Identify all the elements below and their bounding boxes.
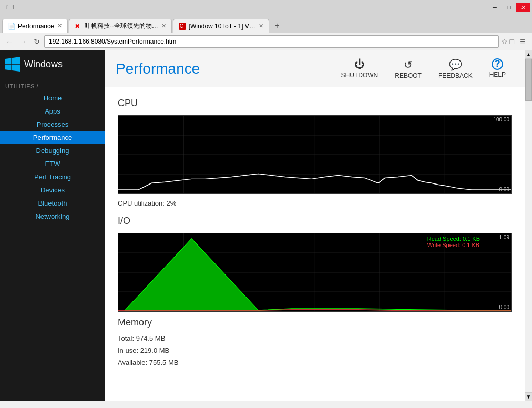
windows-brand-text: Windows <box>24 59 63 70</box>
windows-logo <box>5 57 20 72</box>
close-button[interactable]: ✕ <box>516 3 530 12</box>
help-icon: ? <box>492 58 503 70</box>
tab-bar: 📄 Performance ✕ ✖ 叶帆科技--全球领先的物… ✕ C [Win… <box>0 15 532 33</box>
shutdown-button[interactable]: ⏻ SHUTDOWN <box>333 54 387 84</box>
cpu-section-title: CPU <box>118 98 512 109</box>
sidebar-item-networking[interactable]: Networking <box>0 210 105 223</box>
feedback-label: FEEDBACK <box>438 72 473 79</box>
back-button[interactable]: ← <box>3 35 16 48</box>
sidebar-item-performance[interactable]: Performance <box>0 131 105 144</box>
tab-label-performance: Performance <box>18 23 54 30</box>
shutdown-label: SHUTDOWN <box>341 72 378 79</box>
sidebar-section: UTILITIES / Home Apps Processes Performa… <box>0 78 105 223</box>
memory-total: Total: 974.5 MB <box>118 334 512 342</box>
memory-section: Memory Total: 974.5 MB In use: 219.0 MB … <box>118 317 512 366</box>
content-area: CPU 100.00 0.00 <box>105 87 525 381</box>
scroll-up-button[interactable]: ▲ <box>525 50 532 59</box>
tab-performance[interactable]: 📄 Performance ✕ <box>2 19 68 33</box>
address-icons: ☆ □ <box>501 37 514 46</box>
page-icon[interactable]: □ <box>510 37 514 46</box>
reboot-button[interactable]: ↺ REBOOT <box>386 54 430 84</box>
sidebar-item-processes[interactable]: Processes <box>0 118 105 131</box>
sidebar-item-home[interactable]: Home <box>0 91 105 105</box>
memory-in-use: In use: 219.0 MB <box>118 346 512 354</box>
io-chart: 1.09 0.00 Read Speed: 0.1 KB Write Speed… <box>118 233 512 312</box>
maximize-button[interactable]: □ <box>502 3 516 12</box>
tab-close-performance[interactable]: ✕ <box>57 23 62 29</box>
tab-yefan[interactable]: ✖ 叶帆科技--全球领先的物… ✕ <box>69 19 172 33</box>
browser-menu-button[interactable]: ≡ <box>516 35 529 48</box>
sidebar-header: Windows <box>0 50 105 78</box>
io-legend: Read Speed: 0.1 KB Write Speed: 0.1 KB <box>427 236 480 248</box>
cpu-utilization-text: CPU utilization: 2% <box>118 199 512 207</box>
url-input[interactable] <box>44 35 499 48</box>
reboot-label: REBOOT <box>395 72 422 79</box>
reboot-icon: ↺ <box>404 58 413 71</box>
page-header: Performance ⏻ SHUTDOWN ↺ REBOOT 💬 FEEDBA… <box>105 50 525 87</box>
help-label: HELP <box>489 71 506 78</box>
new-tab-button[interactable]: + <box>270 19 284 33</box>
scroll-track <box>525 59 532 392</box>
sidebar-item-bluetooth[interactable]: Bluetooth <box>0 197 105 210</box>
shutdown-icon: ⏻ <box>354 58 365 70</box>
io-read-speed: Read Speed: 0.1 KB <box>427 236 480 242</box>
io-chart-min: 0.00 <box>499 304 509 310</box>
cpu-chart: 100.00 0.00 <box>118 115 512 194</box>
tab-label-iot: [Window 10 IoT - 1] V… <box>189 23 255 30</box>
bookmark-icon[interactable]: ☆ <box>501 37 508 46</box>
forward-button[interactable]: → <box>17 35 29 48</box>
os-label:  1 <box>6 4 15 11</box>
app-container: Windows UTILITIES / Home Apps Processes … <box>0 50 532 401</box>
svg-marker-16 <box>125 239 259 310</box>
address-bar: ← → ↻ ☆ □ ≡ <box>0 33 532 50</box>
scrollbar[interactable]: ▲ ▼ <box>525 50 532 401</box>
minimize-button[interactable]: ─ <box>488 3 502 12</box>
cpu-section: CPU 100.00 0.00 <box>118 98 512 207</box>
cpu-chart-max: 100.00 <box>493 117 509 123</box>
io-chart-max: 1.09 <box>499 234 509 240</box>
tab-close-iot[interactable]: ✕ <box>259 23 263 29</box>
cpu-chart-min: 0.00 <box>499 187 509 192</box>
sidebar-section-label: UTILITIES / <box>0 81 105 91</box>
sidebar-item-devices[interactable]: Devices <box>0 183 105 197</box>
cpu-chart-svg <box>118 116 511 193</box>
scroll-thumb[interactable] <box>525 59 532 101</box>
feedback-icon: 💬 <box>449 58 462 71</box>
tab-label-yefan: 叶帆科技--全球领先的物… <box>85 22 158 30</box>
feedback-button[interactable]: 💬 FEEDBACK <box>430 54 481 84</box>
title-bar:  1 ─ □ ✕ <box>0 0 532 15</box>
sidebar: Windows UTILITIES / Home Apps Processes … <box>0 50 105 401</box>
tab-icon-iot: C <box>179 23 186 30</box>
help-button[interactable]: ? HELP <box>481 54 514 84</box>
sidebar-item-apps[interactable]: Apps <box>0 105 105 118</box>
memory-available: Available: 755.5 MB <box>118 359 512 366</box>
scroll-down-button[interactable]: ▼ <box>525 392 532 401</box>
page-title: Performance <box>116 60 333 77</box>
io-section: I/O 1.09 0.00 Read Speed: 0.1 KB Write S… <box>118 216 512 312</box>
io-section-title: I/O <box>118 216 512 227</box>
tab-icon-yefan: ✖ <box>75 23 82 30</box>
tab-close-yefan[interactable]: ✕ <box>161 23 166 29</box>
io-write-speed: Write Speed: 0.1 KB <box>427 242 480 248</box>
tab-icon-performance: 📄 <box>8 23 15 30</box>
tab-iot[interactable]: C [Window 10 IoT - 1] V… ✕ <box>173 19 269 33</box>
header-actions: ⏻ SHUTDOWN ↺ REBOOT 💬 FEEDBACK ? HELP <box>333 54 514 84</box>
sidebar-item-etw[interactable]: ETW <box>0 157 105 170</box>
sidebar-item-perf-tracing[interactable]: Perf Tracing <box>0 170 105 183</box>
reload-button[interactable]: ↻ <box>30 35 43 48</box>
memory-section-title: Memory <box>118 317 512 328</box>
sidebar-item-debugging[interactable]: Debugging <box>0 144 105 157</box>
main-content: Performance ⏻ SHUTDOWN ↺ REBOOT 💬 FEEDBA… <box>105 50 525 401</box>
